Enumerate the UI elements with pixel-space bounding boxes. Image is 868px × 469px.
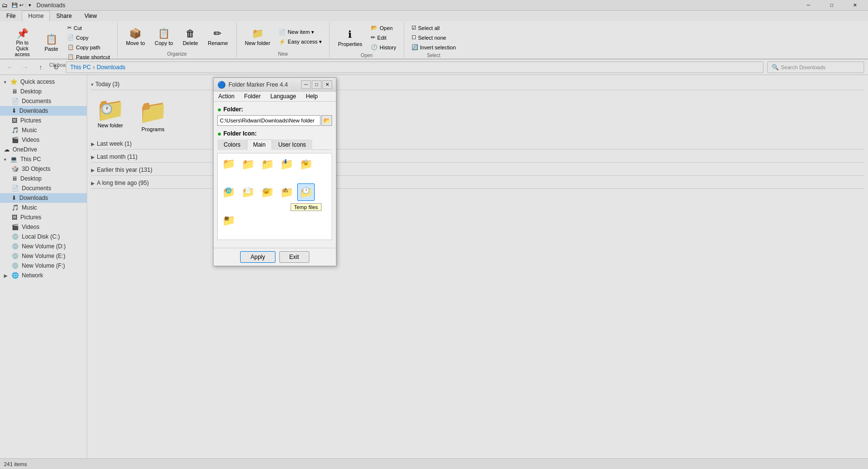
folder-icon-section: ● Folder Icon: Colors Main User Icons 📁 …: [217, 130, 332, 240]
dialog-menu-folder[interactable]: Folder: [239, 91, 265, 101]
tooltip-temp-files: Temp files: [290, 203, 321, 211]
dialog-menu: Action Folder Language Help: [213, 91, 336, 102]
tab-main[interactable]: Main: [247, 139, 272, 150]
folder-browse-button[interactable]: 📂: [321, 115, 332, 126]
dialog-title-text: Folder Marker Free 4.4: [228, 81, 301, 88]
icon-private: 📁 🔒: [300, 157, 313, 171]
icon-arrow-down: 📁 ⬇: [280, 157, 293, 171]
tab-colors[interactable]: Colors: [217, 139, 247, 150]
folder-section: ● Folder: 📂: [217, 106, 332, 126]
dialog-close-button[interactable]: ✕: [322, 80, 332, 89]
exit-button[interactable]: Exit: [279, 251, 309, 263]
folder-icon-green-icon: ●: [217, 130, 221, 137]
icon-internet: 📁 🌐: [222, 185, 235, 199]
folder-path-row: 📂: [217, 115, 332, 126]
icon-cell-8[interactable]: 📁 ⚠: [278, 183, 295, 201]
folder-icon-label: ● Folder Icon:: [217, 130, 332, 137]
icon-grid: 📁 📁 ↑ 📁 ↓ 📁 ⬇: [217, 153, 332, 240]
icon-cell-10[interactable]: 📁 ⊞: [220, 212, 237, 229]
dialog-menu-language[interactable]: Language: [265, 91, 301, 101]
icon-cell-7[interactable]: 📁 🔐: [259, 183, 276, 201]
dialog-footer: Apply Exit: [213, 248, 336, 266]
icon-upload: 📁 ↑: [242, 157, 255, 171]
modal-overlay: [0, 0, 868, 469]
dialog-maximize-button[interactable]: □: [312, 80, 321, 89]
icon-docs: 📁 📄: [242, 185, 255, 199]
icon-download: 📁 ↓: [261, 157, 274, 171]
folder-label: ● Folder:: [217, 106, 332, 113]
icon-temp-files: 📁 🕐: [300, 185, 313, 199]
icon-default: 📁: [222, 158, 235, 170]
dialog-title-bar: 🔵 Folder Marker Free 4.4 ─ □ ✕: [213, 78, 336, 91]
dialog-menu-action[interactable]: Action: [213, 91, 239, 101]
icon-cell-1[interactable]: 📁 ↑: [239, 155, 257, 173]
icon-cell-0[interactable]: 📁: [220, 155, 237, 173]
folder-green-icon: ●: [217, 106, 221, 113]
dialog-menu-help[interactable]: Help: [301, 91, 323, 101]
dialog-body: ● Folder: 📂 ● Folder Icon: Colors Main U…: [213, 102, 336, 248]
icon-locked: 📁 🔐: [261, 185, 274, 199]
icon-cell-6[interactable]: 📁 📄: [239, 183, 257, 201]
icon-warning: 📁 ⚠: [280, 185, 293, 199]
icon-cell-2[interactable]: 📁 ↓: [259, 155, 276, 173]
folder-path-input[interactable]: [217, 115, 320, 126]
dialog-tabs: Colors Main User Icons: [217, 139, 332, 150]
icon-cell-3[interactable]: 📁 ⬇: [278, 155, 295, 173]
folder-marker-dialog: 🔵 Folder Marker Free 4.4 ─ □ ✕ Action Fo…: [213, 77, 336, 266]
icon-grid-folder: 📁 ⊞: [222, 213, 235, 227]
apply-button[interactable]: Apply: [240, 251, 275, 263]
icon-cell-5[interactable]: 📁 🌐: [220, 183, 237, 201]
tab-user-icons[interactable]: User Icons: [272, 139, 312, 150]
dialog-minimize-button[interactable]: ─: [301, 80, 311, 89]
icon-cell-9[interactable]: 📁 🕐 Temp files: [297, 183, 315, 201]
dialog-title-icon: 🔵: [217, 81, 226, 89]
icon-cell-4[interactable]: 📁 🔒: [297, 155, 315, 173]
